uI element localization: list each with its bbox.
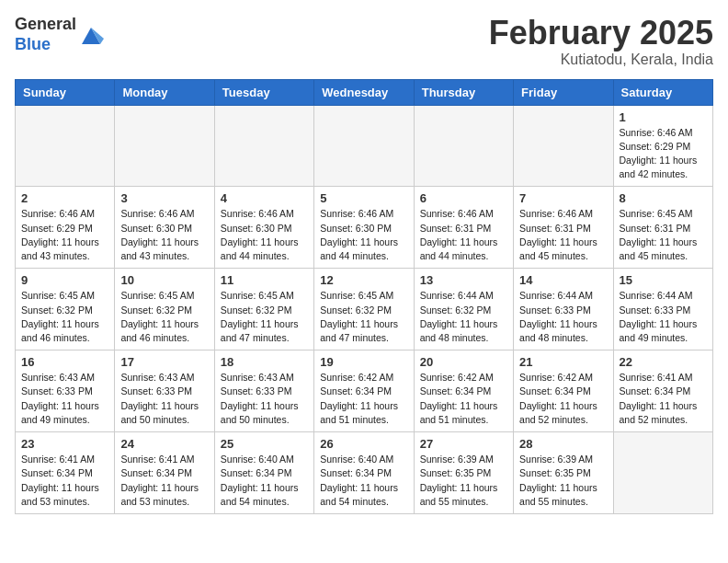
calendar-day-cell: 20Sunrise: 6:42 AM Sunset: 6:34 PM Dayli… xyxy=(414,350,513,432)
calendar-day-cell: 26Sunrise: 6:40 AM Sunset: 6:34 PM Dayli… xyxy=(314,432,414,514)
day-info: Sunrise: 6:45 AM Sunset: 6:32 PM Dayligh… xyxy=(21,289,108,345)
calendar-day-cell: 24Sunrise: 6:41 AM Sunset: 6:34 PM Dayli… xyxy=(115,432,214,514)
calendar-day-cell: 25Sunrise: 6:40 AM Sunset: 6:34 PM Dayli… xyxy=(214,432,313,514)
weekday-header: Thursday xyxy=(414,79,513,105)
day-info: Sunrise: 6:46 AM Sunset: 6:29 PM Dayligh… xyxy=(620,126,707,182)
calendar-day-cell xyxy=(16,105,115,187)
calendar-day-cell: 22Sunrise: 6:41 AM Sunset: 6:34 PM Dayli… xyxy=(613,350,712,432)
day-info: Sunrise: 6:45 AM Sunset: 6:31 PM Dayligh… xyxy=(620,207,707,263)
calendar-day-cell: 21Sunrise: 6:42 AM Sunset: 6:34 PM Dayli… xyxy=(514,350,613,432)
calendar-day-cell xyxy=(115,105,214,187)
weekday-header: Friday xyxy=(514,79,613,105)
day-info: Sunrise: 6:43 AM Sunset: 6:33 PM Dayligh… xyxy=(120,371,208,427)
day-number: 12 xyxy=(320,273,407,287)
day-info: Sunrise: 6:45 AM Sunset: 6:32 PM Dayligh… xyxy=(120,289,208,345)
calendar-week-row: 16Sunrise: 6:43 AM Sunset: 6:33 PM Dayli… xyxy=(16,350,713,432)
calendar-day-cell: 1Sunrise: 6:46 AM Sunset: 6:29 PM Daylig… xyxy=(613,105,712,187)
day-info: Sunrise: 6:46 AM Sunset: 6:30 PM Dayligh… xyxy=(120,207,208,263)
calendar-table: SundayMondayTuesdayWednesdayThursdayFrid… xyxy=(15,79,713,514)
weekday-header: Saturday xyxy=(613,79,712,105)
day-info: Sunrise: 6:46 AM Sunset: 6:31 PM Dayligh… xyxy=(420,207,507,263)
day-info: Sunrise: 6:45 AM Sunset: 6:32 PM Dayligh… xyxy=(221,289,308,345)
day-number: 17 xyxy=(120,355,208,369)
day-number: 16 xyxy=(21,355,108,369)
calendar-day-cell xyxy=(314,105,414,187)
location-title: Kutiatodu, Kerala, India xyxy=(489,52,713,68)
day-info: Sunrise: 6:43 AM Sunset: 6:33 PM Dayligh… xyxy=(21,371,108,427)
day-info: Sunrise: 6:46 AM Sunset: 6:30 PM Dayligh… xyxy=(320,207,407,263)
day-info: Sunrise: 6:42 AM Sunset: 6:34 PM Dayligh… xyxy=(420,371,507,427)
calendar-day-cell xyxy=(514,105,613,187)
calendar-day-cell: 7Sunrise: 6:46 AM Sunset: 6:31 PM Daylig… xyxy=(514,187,613,269)
calendar-day-cell: 16Sunrise: 6:43 AM Sunset: 6:33 PM Dayli… xyxy=(16,350,115,432)
day-number: 24 xyxy=(120,437,208,451)
day-number: 13 xyxy=(420,273,507,287)
calendar-day-cell: 4Sunrise: 6:46 AM Sunset: 6:30 PM Daylig… xyxy=(214,187,313,269)
day-number: 21 xyxy=(519,355,607,369)
day-info: Sunrise: 6:44 AM Sunset: 6:33 PM Dayligh… xyxy=(519,289,607,345)
day-info: Sunrise: 6:44 AM Sunset: 6:33 PM Dayligh… xyxy=(620,289,707,345)
day-info: Sunrise: 6:40 AM Sunset: 6:34 PM Dayligh… xyxy=(320,453,407,509)
day-info: Sunrise: 6:46 AM Sunset: 6:31 PM Dayligh… xyxy=(519,207,607,263)
calendar-day-cell: 11Sunrise: 6:45 AM Sunset: 6:32 PM Dayli… xyxy=(214,269,313,350)
logo-general-text: General xyxy=(15,15,76,33)
day-number: 27 xyxy=(420,437,507,451)
calendar-week-row: 9Sunrise: 6:45 AM Sunset: 6:32 PM Daylig… xyxy=(16,269,713,350)
day-number: 10 xyxy=(120,273,208,287)
logo-icon xyxy=(78,22,104,48)
weekday-header-row: SundayMondayTuesdayWednesdayThursdayFrid… xyxy=(16,79,713,105)
day-number: 20 xyxy=(420,355,507,369)
calendar-day-cell: 28Sunrise: 6:39 AM Sunset: 6:35 PM Dayli… xyxy=(514,432,613,514)
day-number: 4 xyxy=(221,191,308,205)
weekday-header: Monday xyxy=(115,79,214,105)
day-number: 19 xyxy=(320,355,407,369)
day-number: 25 xyxy=(221,437,308,451)
day-info: Sunrise: 6:46 AM Sunset: 6:30 PM Dayligh… xyxy=(221,207,308,263)
calendar-day-cell xyxy=(613,432,712,514)
calendar-day-cell: 23Sunrise: 6:41 AM Sunset: 6:34 PM Dayli… xyxy=(16,432,115,514)
weekday-header: Tuesday xyxy=(214,79,313,105)
calendar-day-cell: 14Sunrise: 6:44 AM Sunset: 6:33 PM Dayli… xyxy=(514,269,613,350)
calendar-week-row: 23Sunrise: 6:41 AM Sunset: 6:34 PM Dayli… xyxy=(16,432,713,514)
calendar-day-cell: 19Sunrise: 6:42 AM Sunset: 6:34 PM Dayli… xyxy=(314,350,414,432)
calendar-day-cell: 9Sunrise: 6:45 AM Sunset: 6:32 PM Daylig… xyxy=(16,269,115,350)
title-block: February 2025 Kutiatodu, Kerala, India xyxy=(489,15,713,68)
calendar-day-cell: 12Sunrise: 6:45 AM Sunset: 6:32 PM Dayli… xyxy=(314,269,414,350)
weekday-header: Wednesday xyxy=(314,79,414,105)
day-info: Sunrise: 6:45 AM Sunset: 6:32 PM Dayligh… xyxy=(320,289,407,345)
calendar-day-cell xyxy=(214,105,313,187)
day-number: 1 xyxy=(620,110,707,124)
day-number: 28 xyxy=(519,437,607,451)
day-number: 6 xyxy=(420,191,507,205)
day-info: Sunrise: 6:46 AM Sunset: 6:29 PM Dayligh… xyxy=(21,207,108,263)
calendar-day-cell: 6Sunrise: 6:46 AM Sunset: 6:31 PM Daylig… xyxy=(414,187,513,269)
calendar-day-cell: 5Sunrise: 6:46 AM Sunset: 6:30 PM Daylig… xyxy=(314,187,414,269)
calendar-day-cell: 27Sunrise: 6:39 AM Sunset: 6:35 PM Dayli… xyxy=(414,432,513,514)
day-info: Sunrise: 6:40 AM Sunset: 6:34 PM Dayligh… xyxy=(221,453,308,509)
day-info: Sunrise: 6:41 AM Sunset: 6:34 PM Dayligh… xyxy=(620,371,707,427)
day-number: 15 xyxy=(620,273,707,287)
day-info: Sunrise: 6:44 AM Sunset: 6:32 PM Dayligh… xyxy=(420,289,507,345)
calendar-week-row: 1Sunrise: 6:46 AM Sunset: 6:29 PM Daylig… xyxy=(16,105,713,187)
logo: General Blue xyxy=(15,15,104,54)
page-header: General Blue February 2025 Kutiatodu, Ke… xyxy=(15,15,713,68)
day-number: 2 xyxy=(21,191,108,205)
day-number: 22 xyxy=(620,355,707,369)
day-info: Sunrise: 6:41 AM Sunset: 6:34 PM Dayligh… xyxy=(120,453,208,509)
day-info: Sunrise: 6:43 AM Sunset: 6:33 PM Dayligh… xyxy=(221,371,308,427)
day-number: 14 xyxy=(519,273,607,287)
calendar-day-cell: 3Sunrise: 6:46 AM Sunset: 6:30 PM Daylig… xyxy=(115,187,214,269)
day-number: 9 xyxy=(21,273,108,287)
day-number: 11 xyxy=(221,273,308,287)
day-number: 7 xyxy=(519,191,607,205)
day-info: Sunrise: 6:39 AM Sunset: 6:35 PM Dayligh… xyxy=(420,453,507,509)
weekday-header: Sunday xyxy=(16,79,115,105)
day-number: 3 xyxy=(120,191,208,205)
calendar-week-row: 2Sunrise: 6:46 AM Sunset: 6:29 PM Daylig… xyxy=(16,187,713,269)
calendar-day-cell: 8Sunrise: 6:45 AM Sunset: 6:31 PM Daylig… xyxy=(613,187,712,269)
calendar-day-cell: 18Sunrise: 6:43 AM Sunset: 6:33 PM Dayli… xyxy=(214,350,313,432)
logo-blue-text: Blue xyxy=(15,35,51,53)
day-info: Sunrise: 6:42 AM Sunset: 6:34 PM Dayligh… xyxy=(320,371,407,427)
day-number: 23 xyxy=(21,437,108,451)
calendar-day-cell: 17Sunrise: 6:43 AM Sunset: 6:33 PM Dayli… xyxy=(115,350,214,432)
